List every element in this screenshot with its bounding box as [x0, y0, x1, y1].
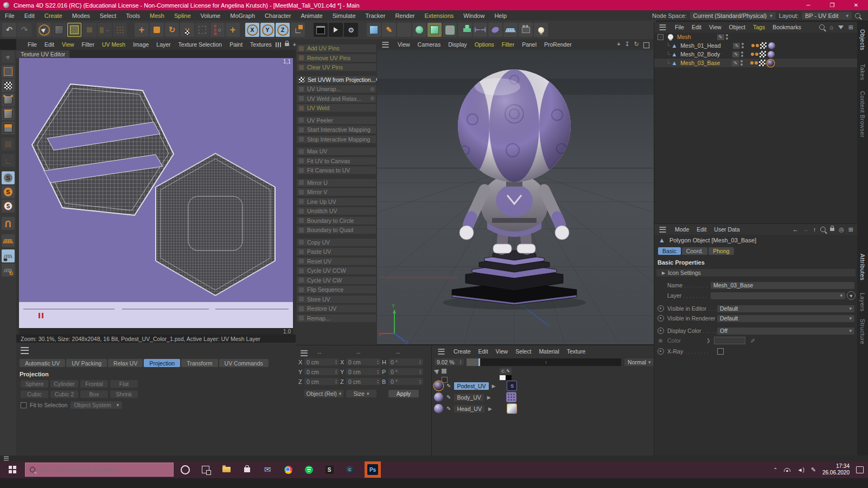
- menu-tracker[interactable]: Tracker: [361, 12, 391, 19]
- volume-icon[interactable]: ◄): [797, 467, 804, 473]
- pen-tray-icon[interactable]: ✎: [811, 466, 816, 473]
- tab-objects[interactable]: Objects: [859, 29, 866, 50]
- redo-button[interactable]: ↷: [17, 23, 31, 37]
- mat-menu-texture[interactable]: Texture: [563, 348, 589, 355]
- close-button[interactable]: ✕: [844, 0, 868, 10]
- material-tag-icon[interactable]: [768, 51, 775, 58]
- layer-picker-button[interactable]: [847, 291, 856, 300]
- pencil-icon[interactable]: ✎: [446, 406, 451, 412]
- forward-icon[interactable]: →: [803, 226, 809, 233]
- model-mode-button[interactable]: [52, 23, 66, 37]
- keyframe-dot-icon[interactable]: [658, 305, 664, 312]
- size-x-field[interactable]: 0 cm▴▾: [346, 358, 381, 365]
- bottom-menu-icon[interactable]: [4, 456, 9, 460]
- material-tag-icon[interactable]: [768, 42, 775, 49]
- object-rel-dropdown[interactable]: Object (Rel)▾: [304, 390, 343, 397]
- notification-icon[interactable]: [856, 466, 864, 473]
- cmd-paste-uv[interactable]: Paste UV: [297, 248, 376, 255]
- menu-help[interactable]: Help: [489, 12, 512, 19]
- tree-row-mesh[interactable]: - Mesh ✎: [654, 33, 858, 41]
- object-name[interactable]: Mesh_01_Head: [680, 42, 720, 49]
- opacity-slider-handle[interactable]: [478, 358, 480, 366]
- uv-menu-paint[interactable]: Paint: [226, 41, 246, 48]
- menu-render[interactable]: Render: [390, 12, 419, 19]
- rot-h-field[interactable]: 0 °▴▾: [388, 358, 423, 365]
- cmd-clear-uv-pins[interactable]: Clear UV Pins: [297, 63, 376, 71]
- cmd-uv-unwrap[interactable]: UV Unwrap...⚙: [297, 85, 376, 93]
- menu-tools[interactable]: Tools: [121, 12, 145, 19]
- stepper-icon[interactable]: ▴▾: [335, 369, 337, 375]
- projection-sphere-button[interactable]: Sphere: [21, 380, 48, 388]
- phong-tag-icon[interactable]: [751, 44, 755, 47]
- generator-cube-button[interactable]: [427, 23, 442, 37]
- subdivision-surface-button[interactable]: [397, 23, 411, 37]
- vp-menu-cameras[interactable]: Cameras: [414, 41, 445, 48]
- x-axis-lock-button[interactable]: X: [245, 23, 259, 37]
- cmd-uv-peeler[interactable]: UV Peeler: [297, 117, 376, 124]
- menu-volume[interactable]: Volume: [196, 12, 226, 19]
- selection-tools-button[interactable]: [82, 23, 97, 37]
- coord-system-dropdown[interactable]: Object System▾: [71, 401, 122, 409]
- photoshop-button[interactable]: Ps: [365, 461, 381, 478]
- om-menu-tags[interactable]: Tags: [749, 24, 769, 30]
- up-icon[interactable]: ↑: [813, 226, 816, 233]
- add-cube-button[interactable]: [367, 23, 381, 37]
- projection-cubic-button[interactable]: Cubic: [21, 390, 48, 398]
- vp-menu-filter[interactable]: Filter: [498, 41, 518, 48]
- expander-icon[interactable]: -: [658, 34, 663, 40]
- attr-menu-edit[interactable]: Edit: [693, 226, 710, 233]
- material-menu-icon[interactable]: [438, 349, 445, 354]
- keyframe-dot-icon[interactable]: [658, 315, 664, 322]
- lock-icon[interactable]: [830, 228, 834, 231]
- rot-b-field[interactable]: 0 °▴▾: [388, 378, 423, 385]
- opacity-slider[interactable]: [467, 358, 621, 366]
- visibility-dots[interactable]: [726, 34, 728, 40]
- pos-z-field[interactable]: 0 cm▴▾: [304, 378, 339, 385]
- material-name[interactable]: Body_UV: [454, 394, 483, 401]
- edit-toggle[interactable]: ✎: [733, 43, 740, 49]
- render-settings-button[interactable]: ⚙: [344, 23, 358, 37]
- stepper-icon[interactable]: ▴▾: [377, 369, 379, 375]
- undo-button[interactable]: ↶: [2, 23, 16, 37]
- mat-menu-view[interactable]: View: [492, 348, 512, 355]
- tab-content-browser[interactable]: Content Browser: [859, 91, 866, 138]
- mat-menu-create[interactable]: Create: [450, 348, 475, 355]
- menu-file[interactable]: File: [0, 12, 20, 19]
- om-menu-edit[interactable]: Edit: [688, 24, 705, 30]
- tree-row-mesh-03-base[interactable]: └ ▲ Mesh_03_Base ✎: [654, 59, 858, 67]
- normal-tag-icon[interactable]: [755, 61, 758, 65]
- stepper-icon[interactable]: ▴▾: [460, 359, 462, 365]
- tab-structure[interactable]: Structure: [859, 319, 866, 344]
- live-selection-button[interactable]: [37, 23, 51, 37]
- tab-phong[interactable]: Phong: [709, 247, 733, 255]
- visibility-dots[interactable]: [741, 60, 743, 66]
- tab-projection[interactable]: Projection: [144, 359, 180, 367]
- projection-cubic2-button[interactable]: Cubic 2: [50, 390, 78, 398]
- uv-tools-menu-icon[interactable]: [21, 347, 29, 354]
- tray-expand-icon[interactable]: ⌃: [773, 467, 777, 473]
- search-input[interactable]: [39, 466, 149, 473]
- edit-toggle[interactable]: ✎: [717, 34, 724, 40]
- cmd-remove-uv-pins[interactable]: Remove UV Pins: [297, 54, 376, 62]
- edit-toggle[interactable]: ✎: [732, 52, 739, 57]
- uvw-tag-icon[interactable]: [760, 51, 766, 57]
- black-swatch[interactable]: [506, 375, 512, 380]
- uv-canvas[interactable]: 1,1: [19, 58, 293, 328]
- home-icon[interactable]: ⌂: [829, 24, 833, 30]
- snap-3d-tool[interactable]: S: [2, 185, 15, 198]
- stepper-icon[interactable]: ▴▾: [335, 359, 337, 365]
- cmd-fit-canvas-to-uv[interactable]: Fit Canvas to UV: [297, 166, 376, 174]
- uv-menu-image[interactable]: Image: [129, 41, 152, 48]
- layout-dropdown[interactable]: BP - UV Edit▾: [802, 12, 852, 20]
- y-axis-lock-button[interactable]: Y: [260, 23, 275, 37]
- magnet-tool[interactable]: U: [2, 217, 15, 230]
- menu-mograph[interactable]: MoGraph: [225, 12, 260, 19]
- edit-toggle[interactable]: ✎: [732, 60, 739, 66]
- mat-menu-material[interactable]: Material: [535, 348, 563, 355]
- expand-arrow-icon[interactable]: ▶: [492, 383, 496, 389]
- cmd-set-uvw-from-projection[interactable]: Set UVW from Projection...⚙: [297, 76, 376, 84]
- array-button[interactable]: [458, 23, 472, 37]
- file-explorer-button[interactable]: [219, 463, 233, 477]
- snap-grid-button[interactable]: [113, 23, 127, 37]
- visibility-dots[interactable]: [742, 43, 744, 48]
